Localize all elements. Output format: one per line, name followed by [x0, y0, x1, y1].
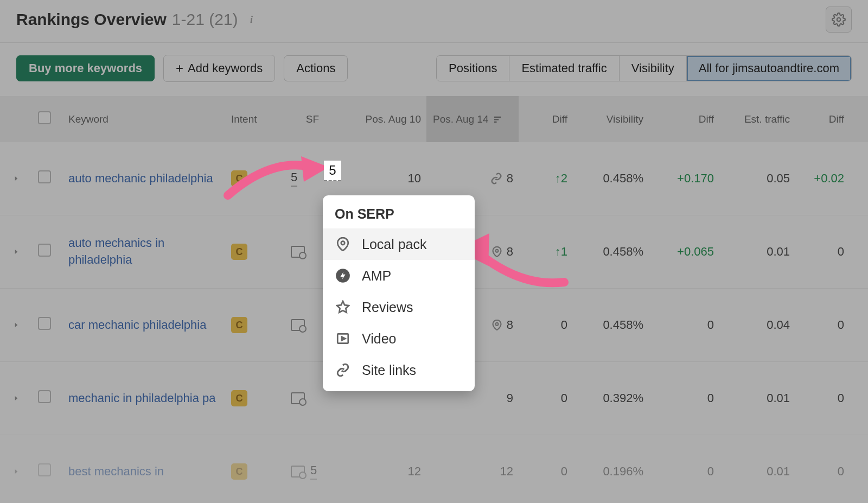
serp-feature-item[interactable]: Reviews: [323, 291, 475, 323]
map-pin-icon: [335, 236, 351, 252]
gear-icon: [832, 12, 846, 27]
serp-features-icon[interactable]: [291, 246, 305, 258]
col-keyword[interactable]: Keyword: [63, 113, 226, 125]
expand-row-toggle[interactable]: [0, 318, 33, 332]
serp-feature-label: Video: [362, 331, 397, 347]
pos-aug10: 10: [340, 171, 426, 186]
serp-feature-label: Site links: [362, 362, 416, 378]
link-icon: [490, 173, 502, 184]
tab-positions[interactable]: Positions: [437, 56, 509, 81]
expand-row-toggle[interactable]: [0, 171, 33, 186]
intent-badge: C: [231, 244, 247, 260]
link-icon: [335, 362, 351, 378]
diff-traffic: 0: [795, 245, 850, 259]
row-checkbox[interactable]: [38, 244, 51, 257]
tab-visibility[interactable]: Visibility: [620, 56, 687, 81]
add-keywords-button[interactable]: + Add keywords: [163, 55, 275, 82]
intent-badge: C: [231, 390, 247, 406]
serp-features-icon[interactable]: [291, 319, 305, 331]
tab-all-for-domain[interactable]: All for jimsautoandtire.com: [687, 56, 851, 81]
visibility-value: 0.458%: [573, 318, 649, 332]
select-all-checkbox[interactable]: [38, 111, 51, 124]
info-icon[interactable]: i: [246, 14, 258, 26]
tab-estimated-traffic[interactable]: Estimated traffic: [509, 56, 619, 81]
svg-marker-10: [342, 337, 346, 341]
diff-visibility: 0: [649, 464, 719, 479]
diff-visibility: 0: [649, 391, 719, 405]
diff-traffic: 0: [795, 464, 850, 479]
keyword-link[interactable]: car mechanic philadelphia: [68, 318, 206, 332]
diff-position: ↑2: [519, 171, 573, 186]
tab-group: Positions Estimated traffic Visibility A…: [436, 55, 852, 81]
row-checkbox[interactable]: [38, 170, 51, 183]
sort-icon: [493, 114, 502, 124]
col-diff3[interactable]: Diff: [795, 113, 850, 125]
plus-icon: +: [176, 61, 183, 76]
col-est-traffic[interactable]: Est. traffic: [719, 113, 795, 125]
diff-visibility: 0: [649, 318, 719, 332]
col-sf[interactable]: SF: [285, 113, 340, 125]
col-pos1[interactable]: Pos. Aug 10: [340, 113, 426, 125]
page-title: Rankings Overview: [16, 10, 167, 29]
diff-visibility: +0.065: [649, 245, 719, 259]
svg-point-0: [837, 18, 841, 22]
pos-aug14: 9: [426, 391, 519, 405]
est-traffic-value: 0.01: [719, 464, 795, 479]
keyword-link[interactable]: auto mechanics in philadelphia: [68, 236, 164, 266]
est-traffic-value: 0.01: [719, 391, 795, 405]
pos-aug14: 8: [426, 171, 519, 186]
diff-traffic: 0: [795, 318, 850, 332]
col-diff1[interactable]: Diff: [519, 113, 573, 125]
col-intent[interactable]: Intent: [226, 113, 285, 125]
est-traffic-value: 0.05: [719, 171, 795, 186]
serp-feature-item[interactable]: Local pack: [323, 228, 475, 260]
keyword-link[interactable]: mechanic in philadelphia pa: [68, 391, 216, 405]
svg-rect-3: [494, 121, 497, 122]
sf-value-highlight[interactable]: 5: [324, 161, 341, 181]
est-traffic-value: 0.04: [719, 318, 795, 332]
intent-badge: C: [231, 317, 247, 333]
col-pos2-sorted[interactable]: Pos. Aug 14: [426, 96, 519, 142]
svg-rect-2: [494, 119, 499, 120]
row-checkbox[interactable]: [38, 463, 51, 476]
visibility-value: 0.458%: [573, 171, 649, 186]
keyword-link[interactable]: best mechanics in: [68, 464, 164, 478]
col-diff2[interactable]: Diff: [649, 113, 719, 125]
serp-features-icon[interactable]: [291, 392, 305, 404]
expand-row-toggle[interactable]: [0, 464, 33, 479]
diff-traffic: +0.02: [795, 171, 850, 186]
add-keywords-label: Add keywords: [188, 61, 263, 75]
expand-row-toggle[interactable]: [0, 391, 33, 405]
row-checkbox[interactable]: [38, 317, 51, 330]
serp-features-icon[interactable]: [291, 466, 305, 477]
diff-position: 0: [519, 391, 573, 405]
table-row: best mechanics inC5121200.196%00.010: [0, 435, 868, 503]
keyword-link[interactable]: auto mechanic philadelphia: [68, 171, 213, 185]
visibility-value: 0.196%: [573, 464, 649, 479]
pos-aug10: 12: [340, 464, 426, 479]
svg-point-5: [495, 323, 498, 326]
serp-feature-item[interactable]: AMP: [323, 260, 475, 291]
actions-button[interactable]: Actions: [284, 55, 348, 81]
header-bar: Rankings Overview 1-21 (21) i: [0, 0, 868, 43]
diff-traffic: 0: [795, 391, 850, 405]
serp-feature-item[interactable]: Site links: [323, 354, 475, 386]
sf-count[interactable]: 5: [310, 463, 317, 480]
settings-button[interactable]: [826, 7, 852, 33]
est-traffic-value: 0.01: [719, 245, 795, 259]
annotation-arrow-1: [222, 152, 331, 206]
intent-badge: C: [231, 463, 247, 480]
popover-title: On SERP: [323, 204, 475, 228]
serp-features-popover: On SERP Local packAMPReviewsVideoSite li…: [323, 195, 475, 391]
row-checkbox[interactable]: [38, 390, 51, 403]
svg-rect-1: [494, 116, 501, 117]
buy-keywords-button[interactable]: Buy more keywords: [16, 55, 155, 81]
svg-marker-8: [337, 301, 349, 313]
col-pos2-label: Pos. Aug 14: [433, 113, 488, 125]
expand-row-toggle[interactable]: [0, 245, 33, 259]
svg-point-6: [341, 241, 345, 245]
diff-visibility: +0.170: [649, 171, 719, 186]
col-visibility[interactable]: Visibility: [573, 113, 649, 125]
serp-feature-item[interactable]: Video: [323, 323, 475, 354]
visibility-value: 0.458%: [573, 245, 649, 259]
